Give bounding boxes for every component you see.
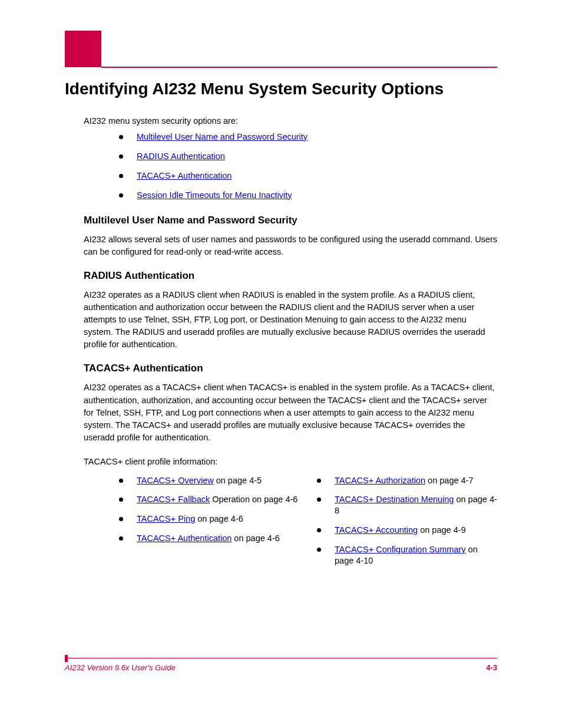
tacacs-links-right: TACACS+ Authorization on page 4-7 TACACS… xyxy=(317,475,497,575)
link-tail: Operation on page 4-6 xyxy=(210,495,297,504)
page-footer: AI232 Version 9.6x User's Guide 4-3 xyxy=(65,658,497,673)
link-tacacs-overview[interactable]: TACACS+ Overview xyxy=(137,476,214,485)
tacacs-links-left: TACACS+ Overview on page 4-5 TACACS+ Fal… xyxy=(119,475,299,575)
list-item: TACACS+ Ping on page 4-6 xyxy=(119,513,299,525)
link-radius-auth[interactable]: RADIUS Authentication xyxy=(137,151,225,161)
link-multilevel-security[interactable]: Multilevel User Name and Password Securi… xyxy=(137,132,308,141)
tacacs-sub-intro: TACACS+ client profile information: xyxy=(84,456,497,468)
link-tacacs-authorization[interactable]: TACACS+ Authorization xyxy=(335,476,425,485)
link-session-idle[interactable]: Session Idle Timeouts for Menu Inactivit… xyxy=(137,190,292,200)
list-item: TACACS+ Accounting on page 4-9 xyxy=(317,525,497,536)
list-item: TACACS+ Destination Menuing on page 4-8 xyxy=(317,494,497,516)
link-tacacs-auth[interactable]: TACACS+ Authentication xyxy=(137,171,232,180)
header-rule xyxy=(101,67,497,68)
tacacs-links-columns: TACACS+ Overview on page 4-5 TACACS+ Fal… xyxy=(119,475,497,575)
page-container: Identifying AI232 Menu System Security O… xyxy=(0,0,562,728)
section-heading-tacacs: TACACS+ Authentication xyxy=(84,363,497,374)
footer-rule xyxy=(65,658,497,659)
section-body: AI232 operates as a TACACS+ client when … xyxy=(84,381,497,443)
link-tail: on page 4-7 xyxy=(425,476,473,485)
list-item: Session Idle Timeouts for Menu Inactivit… xyxy=(119,190,497,201)
security-options-list: Multilevel User Name and Password Securi… xyxy=(119,131,497,200)
intro-text: AI232 menu system security options are: xyxy=(84,116,497,126)
section-body: AI232 operates as a RADIUS client when R… xyxy=(84,289,497,351)
link-tacacs-authentication[interactable]: TACACS+ Authentication xyxy=(137,533,232,543)
section-body: AI232 allows several sets of user names … xyxy=(84,233,497,258)
page-title: Identifying AI232 Menu System Security O… xyxy=(65,80,497,98)
link-tacacs-fallback[interactable]: TACACS+ Fallback xyxy=(137,495,210,504)
footer-page-number: 4-3 xyxy=(486,663,497,672)
content-area: Identifying AI232 Menu System Security O… xyxy=(65,80,497,575)
footer-row: AI232 Version 9.6x User's Guide 4-3 xyxy=(65,663,497,672)
list-item: TACACS+ Authentication xyxy=(119,170,497,182)
list-item: TACACS+ Authorization on page 4-7 xyxy=(317,475,497,486)
section-heading-radius: RADIUS Authentication xyxy=(84,270,497,282)
list-item: TACACS+ Configuration Summary on page 4-… xyxy=(317,544,497,566)
list-item: TACACS+ Fallback Operation on page 4-6 xyxy=(119,494,299,505)
list-item: RADIUS Authentication xyxy=(119,151,497,162)
footer-mark-icon xyxy=(65,655,68,662)
section-heading-multilevel: Multilevel User Name and Password Securi… xyxy=(84,215,497,226)
link-tail: on page 4-6 xyxy=(232,533,279,543)
link-tacacs-accounting[interactable]: TACACS+ Accounting xyxy=(335,525,418,535)
link-tacacs-config-summary[interactable]: TACACS+ Configuration Summary xyxy=(335,545,466,554)
brand-logo-block xyxy=(65,31,101,67)
list-item: Multilevel User Name and Password Securi… xyxy=(119,131,497,143)
link-tail: on page 4-5 xyxy=(214,476,262,485)
list-item: TACACS+ Authentication on page 4-6 xyxy=(119,533,299,544)
link-tail: on page 4-6 xyxy=(195,514,243,523)
list-item: TACACS+ Overview on page 4-5 xyxy=(119,475,299,486)
link-tail: on page 4-9 xyxy=(418,525,465,535)
link-tacacs-ping[interactable]: TACACS+ Ping xyxy=(137,514,195,523)
link-tacacs-destination-menuing[interactable]: TACACS+ Destination Menuing xyxy=(335,495,454,504)
footer-doc-title: AI232 Version 9.6x User's Guide xyxy=(65,663,176,672)
